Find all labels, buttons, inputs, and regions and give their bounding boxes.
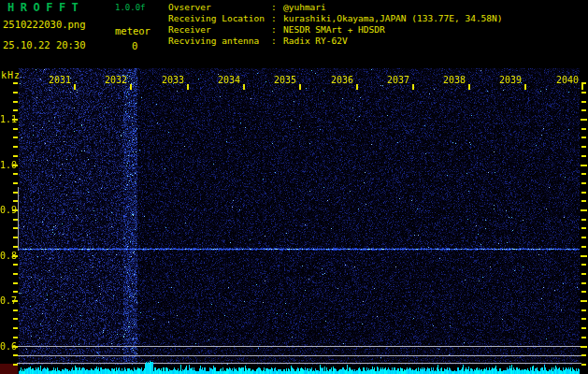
info-label: Receiver xyxy=(168,24,271,36)
y-axis-minor-tick-right xyxy=(581,309,586,311)
y-axis-minor-tick-right xyxy=(581,146,586,148)
y-axis-minor-tick xyxy=(13,264,18,266)
y-axis-major-tick-right xyxy=(581,300,587,302)
y-axis-minor-tick xyxy=(13,92,18,94)
y-axis-minor-tick-right xyxy=(581,264,586,266)
observer-info: Ovserver:@yuhmari Receiving Location:kur… xyxy=(168,2,503,47)
y-axis-minor-tick-right xyxy=(581,354,586,356)
y-axis-minor-tick xyxy=(13,309,18,311)
y-axis-minor-tick-right xyxy=(581,173,586,175)
meteor-count: 0 xyxy=(132,40,137,51)
y-axis-minor-tick xyxy=(13,291,18,293)
y-axis-tick-label: 0.8 xyxy=(0,252,13,261)
y-axis-major-tick xyxy=(12,300,18,302)
y-axis-minor-tick-right xyxy=(581,291,586,293)
y-axis-minor-tick xyxy=(13,327,18,329)
info-separator: : xyxy=(271,2,283,13)
y-axis-major-tick-right xyxy=(581,119,587,121)
y-axis-minor-tick xyxy=(13,182,18,184)
y-axis-minor-tick xyxy=(13,101,18,103)
y-axis-minor-tick-right xyxy=(581,282,586,284)
y-axis-major-tick-right xyxy=(581,165,587,166)
info-label: Recviving antenna xyxy=(168,36,271,47)
corner-marker xyxy=(0,364,18,374)
y-axis-major-tick xyxy=(12,165,18,166)
y-axis-minor-tick xyxy=(13,318,18,320)
y-axis-minor-tick xyxy=(13,282,18,284)
y-axis-tick-label: 1.1 xyxy=(0,115,13,124)
y-axis-minor-tick-right xyxy=(581,182,586,184)
y-axis-major-tick xyxy=(12,119,18,121)
y-axis-minor-tick-right xyxy=(581,101,586,103)
y-axis-minor-tick-right xyxy=(581,82,586,84)
y-axis-minor-tick xyxy=(13,173,18,175)
spectrogram-canvas xyxy=(19,68,580,365)
y-axis-tick-label: 0.9 xyxy=(0,206,13,215)
info-row-observer: Ovserver:@yuhmari xyxy=(168,2,503,13)
y-axis-minor-tick-right xyxy=(581,128,586,130)
y-axis-major-tick-right xyxy=(581,346,587,348)
app-version: 1.0.0f xyxy=(115,3,146,12)
y-axis-major-tick-right xyxy=(581,255,587,257)
info-value: NESDR SMArt + HDSDR xyxy=(283,24,385,36)
reference-line xyxy=(17,346,581,347)
info-value: Radix RY-62V xyxy=(283,36,348,47)
output-filename: 2510222030.png xyxy=(3,19,86,30)
y-axis-minor-tick xyxy=(13,273,18,275)
y-axis-tick-label: 0.7 xyxy=(0,296,13,306)
info-value: @yuhmari xyxy=(283,2,326,13)
y-axis-minor-tick-right xyxy=(581,92,586,94)
y-axis-minor-tick xyxy=(13,337,18,338)
info-value: kurashiki,Okayama,JAPAN (133.77E, 34.58N… xyxy=(283,13,503,24)
y-axis-minor-tick-right xyxy=(581,200,586,202)
timestamp: 25.10.22 20:30 xyxy=(3,39,86,50)
info-separator: : xyxy=(271,36,283,47)
hrofft-window: HROFFT 1.0.0f 2510222030.png meteor 25.1… xyxy=(0,0,588,374)
frequency-axis-unit: kHz xyxy=(1,70,21,80)
info-row-location: Receiving Location:kurashiki,Okayama,JAP… xyxy=(168,13,503,24)
y-axis-minor-tick xyxy=(13,146,18,148)
y-axis-minor-tick xyxy=(13,128,18,130)
y-axis-minor-tick xyxy=(13,82,18,84)
y-axis-minor-tick xyxy=(13,155,18,157)
y-axis-minor-tick-right xyxy=(581,237,586,238)
signal-trace-canvas xyxy=(19,357,580,374)
info-separator: : xyxy=(271,13,283,24)
info-label: Receiving Location xyxy=(168,13,271,24)
y-axis-minor-tick-right xyxy=(581,227,586,229)
y-axis-minor-tick xyxy=(13,109,18,111)
y-axis-tick-label: 1.0 xyxy=(0,161,13,170)
y-axis-minor-tick-right xyxy=(581,273,586,275)
y-axis-minor-tick-right xyxy=(581,137,586,138)
y-axis-minor-tick-right xyxy=(581,155,586,157)
info-label: Ovserver xyxy=(168,2,271,13)
y-axis-minor-tick-right xyxy=(581,192,586,194)
left-edge-marker-line xyxy=(18,187,19,251)
y-axis-minor-tick-right xyxy=(581,327,586,329)
y-axis-minor-tick-right xyxy=(581,318,586,320)
y-axis-major-tick xyxy=(12,255,18,257)
app-title: HROFFT xyxy=(7,1,84,14)
info-row-receiver: Receiver:NESDR SMArt + HDSDR xyxy=(168,24,503,36)
info-separator: : xyxy=(271,24,283,36)
reference-line xyxy=(17,355,581,356)
y-axis-minor-tick-right xyxy=(581,246,586,248)
y-axis-tick-label: 0.6 xyxy=(0,342,13,352)
info-row-antenna: Recviving antenna:Radix RY-62V xyxy=(168,36,503,47)
y-axis-minor-tick-right xyxy=(581,219,586,221)
y-axis-major-tick-right xyxy=(581,209,587,211)
mode-label: meteor xyxy=(115,25,151,36)
y-axis-minor-tick xyxy=(13,137,18,138)
x-axis-tick xyxy=(581,84,583,90)
y-axis-minor-tick-right xyxy=(581,364,586,366)
y-axis-minor-tick-right xyxy=(581,337,586,338)
y-axis-minor-tick-right xyxy=(581,109,586,111)
